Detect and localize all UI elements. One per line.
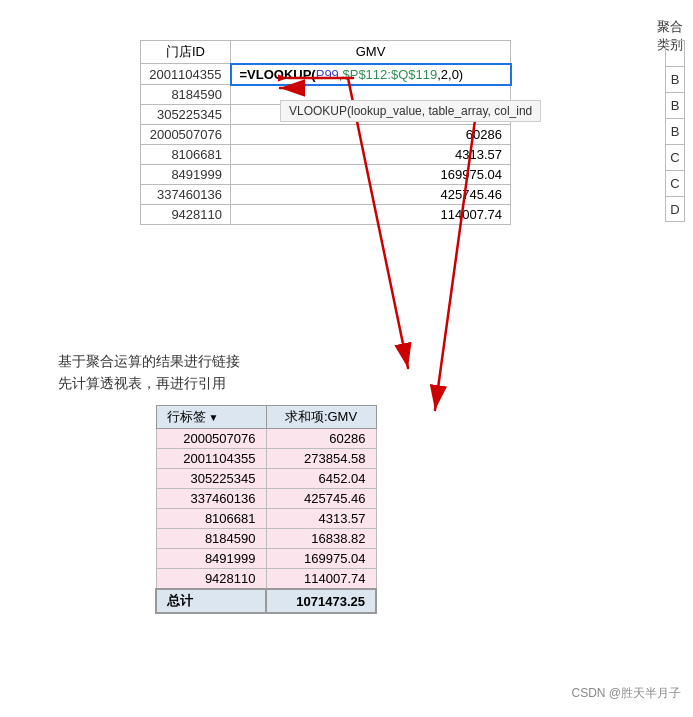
cell-gmv: 114007.74 [231,205,511,225]
pivot-row-value: 16838.82 [266,529,376,549]
pivot-col-header-label: 行标签▼ [156,406,266,429]
label-juhe: 聚合 [657,18,683,36]
pivot-data-row: 9428110114007.74 [156,569,376,590]
table-row: 2000507076 60286 [141,125,511,145]
pivot-data-row: 3052253456452.04 [156,469,376,489]
pivot-row-label: 8184590 [156,529,266,549]
pivot-data-row: 200050707660286 [156,429,376,449]
pivot-data-row: 2001104355273854.58 [156,449,376,469]
dropdown-icon[interactable]: ▼ [209,412,219,423]
col-header-id: 门店ID [141,41,231,64]
pivot-row-label: 8491999 [156,549,266,569]
pivot-row-value: 6452.04 [266,469,376,489]
right-letter: B [665,66,685,92]
pivot-row-label: 2000507076 [156,429,266,449]
cell-id: 8491999 [141,165,231,185]
annotation-line1: 基于聚合运算的结果进行链接 [58,350,240,372]
right-letter: B [665,92,685,118]
pivot-data-row: 81066814313.57 [156,509,376,529]
main-container: 聚合 类别 门店ID GMV 2001104355 =VLOOKUP(P99,$… [0,0,693,717]
right-letter: D [665,196,685,222]
cell-id: 8184590 [141,85,231,105]
annotation-text: 基于聚合运算的结果进行链接 先计算透视表，再进行引用 [58,350,240,395]
formula-range: $P$112:$Q$119 [342,67,437,82]
right-letters-column: B B B C C D [665,40,685,222]
annotation-line2: 先计算透视表，再进行引用 [58,372,240,394]
pivot-row-value: 273854.58 [266,449,376,469]
cell-gmv: 60286 [231,125,511,145]
cell-id: 9428110 [141,205,231,225]
col-header-gmv: GMV [231,41,511,64]
pivot-data-row: 337460136425745.46 [156,489,376,509]
pivot-row-label: 2001104355 [156,449,266,469]
pivot-total-row: 总计1071473.25 [156,589,376,613]
cell-gmv: 425745.46 [231,185,511,205]
table-row: 8491999 169975.04 [141,165,511,185]
right-letter: B [665,118,685,144]
pivot-col-header-gmv: 求和项:GMV [266,406,376,429]
tooltip-text: VLOOKUP(lookup_value, table_array, col_i… [289,104,532,118]
vlookup-tooltip: VLOOKUP(lookup_value, table_array, col_i… [280,100,541,122]
pivot-data-row: 8491999169975.04 [156,549,376,569]
pivot-row-label: 9428110 [156,569,266,590]
formula-p99: P99 [316,67,339,82]
watermark: CSDN @胜天半月子 [571,685,681,702]
pivot-table: 行标签▼ 求和项:GMV 200050707660286200110435527… [155,405,377,614]
cell-id: 8106681 [141,145,231,165]
pivot-row-value: 114007.74 [266,569,376,590]
cell-gmv: 4313.57 [231,145,511,165]
pivot-data-row: 818459016838.82 [156,529,376,549]
top-table: 门店ID GMV 2001104355 =VLOOKUP(P99,$P$112:… [140,40,512,225]
table-row: 337460136 425745.46 [141,185,511,205]
right-letter: C [665,170,685,196]
cell-id: 2001104355 [141,64,231,85]
formula-cell[interactable]: =VLOOKUP(P99,$P$112:$Q$119,2,0) [231,64,511,85]
cell-id: 305225345 [141,105,231,125]
pivot-row-value: 60286 [266,429,376,449]
formula-end: ,2,0) [437,67,463,82]
watermark-text: CSDN @胜天半月子 [571,686,681,700]
top-table-area: 门店ID GMV 2001104355 =VLOOKUP(P99,$P$112:… [140,40,512,225]
table-row: 8106681 4313.57 [141,145,511,165]
right-letter [665,40,685,66]
pivot-row-label: 305225345 [156,469,266,489]
pivot-row-value: 425745.46 [266,489,376,509]
table-row: 9428110 114007.74 [141,205,511,225]
cell-gmv: 169975.04 [231,165,511,185]
pivot-total-value: 1071473.25 [266,589,376,613]
table-row: 2001104355 =VLOOKUP(P99,$P$112:$Q$119,2,… [141,64,511,85]
pivot-row-label: 337460136 [156,489,266,509]
pivot-header-row: 行标签▼ 求和项:GMV [156,406,376,429]
pivot-row-value: 169975.04 [266,549,376,569]
pivot-row-label: 8106681 [156,509,266,529]
pivot-row-value: 4313.57 [266,509,376,529]
formula-vlookup-text: =VLOOKUP( [240,67,316,82]
cell-id: 337460136 [141,185,231,205]
right-letter: C [665,144,685,170]
cell-id: 2000507076 [141,125,231,145]
pivot-total-label: 总计 [156,589,266,613]
pivot-table-area: 行标签▼ 求和项:GMV 200050707660286200110435527… [155,405,377,614]
